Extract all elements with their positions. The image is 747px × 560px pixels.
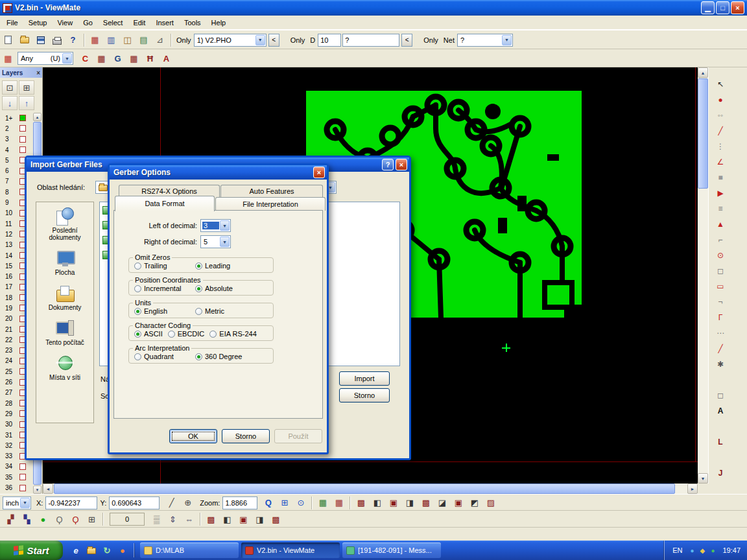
place-my-computer[interactable]: Tento počítač	[36, 320, 93, 346]
layer-row-35[interactable]: 35	[0, 472, 34, 482]
film-pattern-9-icon[interactable]: ▨	[483, 496, 498, 510]
save-icon[interactable]	[33, 33, 48, 47]
scroll-down-icon[interactable]: ▼	[698, 473, 708, 484]
close-icon[interactable]: ×	[36, 69, 40, 76]
layer-color-swatch[interactable]	[19, 115, 26, 121]
dots-grid-icon[interactable]: ▒	[149, 512, 164, 526]
menu-help[interactable]: Help	[206, 17, 231, 29]
menu-go[interactable]: Go	[78, 17, 98, 29]
anchor-h-icon[interactable]: ⇔	[182, 512, 196, 526]
signal-icon[interactable]: ●	[36, 512, 51, 526]
film-pattern-5-icon[interactable]: ▩	[418, 496, 433, 510]
dots-mode-icon[interactable]: ⋮	[713, 139, 728, 154]
only-net-label[interactable]: Only	[423, 36, 438, 44]
spare-slot-2-icon[interactable]	[713, 419, 728, 434]
radio-leading[interactable]: Leading	[195, 262, 230, 270]
task-folder[interactable]: D:\MLAB	[140, 542, 239, 558]
radio-360-degree[interactable]: 360 Degree	[195, 353, 243, 360]
levels-icon[interactable]: ≡	[713, 202, 728, 216]
import-button[interactable]: Import	[339, 371, 390, 386]
measure-icon[interactable]: ▥	[104, 33, 119, 47]
pads-mode-icon[interactable]: ◦◦	[713, 108, 728, 122]
layer-color-swatch[interactable]	[19, 474, 26, 480]
menu-select[interactable]: Select	[98, 17, 128, 29]
help-icon[interactable]: ?	[382, 159, 394, 170]
task-viewmate[interactable]: V2.bin - ViewMate	[241, 542, 340, 558]
ie-icon[interactable]: e	[69, 543, 82, 557]
maximize-button[interactable]: □	[716, 1, 729, 14]
new-file-icon[interactable]	[1, 33, 16, 47]
stack-icon[interactable]: ◻	[713, 264, 728, 278]
layer-down-icon[interactable]: ↓	[2, 96, 18, 110]
layer-select[interactable]: 1) V2.PHO ▼	[194, 34, 267, 47]
report-icon[interactable]: ▤	[136, 33, 151, 47]
spare-slot-icon[interactable]	[713, 373, 728, 387]
start-button[interactable]: Start	[0, 541, 63, 560]
scroll-right-icon[interactable]: ►	[687, 484, 698, 494]
menu-file[interactable]: File	[1, 17, 23, 29]
settings-gear-icon[interactable]: ✱	[713, 357, 728, 371]
layers-panel-header[interactable]: Layers ×	[0, 67, 42, 78]
place-network-places[interactable]: Místa v síti	[36, 355, 93, 381]
menu-setup[interactable]: Setup	[23, 17, 53, 29]
layer-row-3[interactable]: 3	[0, 134, 34, 145]
y-coordinate-field[interactable]	[109, 496, 160, 509]
draw-line-icon[interactable]: ╱	[713, 124, 728, 138]
aperture-icon[interactable]: ▦	[1, 51, 16, 65]
menu-view[interactable]: View	[52, 17, 78, 29]
g-tool-icon[interactable]: G	[110, 51, 125, 65]
radio-ascii[interactable]: ASCII	[134, 330, 163, 338]
explorer-icon[interactable]	[85, 543, 98, 557]
place-desktop[interactable]: Plocha	[36, 250, 93, 276]
dcode-filter-input[interactable]	[342, 34, 399, 47]
swap-icon[interactable]: ▞	[3, 512, 18, 526]
refresh-icon[interactable]: ↻	[101, 543, 113, 557]
layer-up-icon[interactable]: ↑	[19, 96, 34, 110]
chevron-down-icon[interactable]: ▼	[220, 220, 230, 231]
messenger-tray-icon[interactable]: ●	[707, 545, 718, 555]
film-pattern-8-icon[interactable]: ◩	[467, 496, 482, 510]
highlight-point-icon[interactable]: ●	[713, 93, 728, 107]
pad-grid-icon[interactable]: ▦	[94, 51, 109, 65]
canvas-horizontal-scrollbar[interactable]: ◄ ►	[43, 484, 698, 494]
ok-button[interactable]: OK	[169, 429, 217, 443]
pad-pattern-5-icon[interactable]: ▩	[268, 512, 283, 526]
pad-pattern-1-icon[interactable]: ▩	[204, 512, 219, 526]
draw-circle-icon[interactable]: ⊙	[713, 248, 728, 262]
scroll-left-icon[interactable]: ◄	[43, 484, 53, 494]
minimize-button[interactable]: ▁	[701, 1, 715, 14]
language-indicator[interactable]: EN	[672, 546, 682, 554]
lasso-fill-icon[interactable]: Ϙ	[68, 512, 83, 526]
layer-row-1+[interactable]: 1+	[0, 113, 34, 123]
layer-color-swatch[interactable]	[19, 125, 26, 132]
radio-absolute[interactable]: Absolute	[195, 285, 233, 292]
layer-row-36[interactable]: 36	[0, 482, 34, 493]
graph-icon[interactable]: ⊿	[152, 33, 167, 47]
layer-row-34[interactable]: 34	[0, 461, 34, 472]
grid-red-icon[interactable]: ▦	[331, 496, 346, 510]
zoom-in-icon[interactable]: Q	[261, 496, 276, 510]
draw-triangle-icon[interactable]: ▲	[713, 217, 728, 231]
right-of-decimal-select[interactable]: 5 ▼	[200, 235, 231, 248]
text-tool-icon[interactable]: A	[713, 404, 728, 418]
radio-trailing[interactable]: Trailing	[134, 262, 190, 270]
layer-row-4[interactable]: 4	[0, 145, 34, 155]
layer-color-swatch[interactable]	[19, 146, 26, 153]
print-icon[interactable]	[49, 33, 64, 47]
draw-slash-icon[interactable]: ╱	[713, 342, 728, 356]
gerber-dialog-titlebar[interactable]: Gerber Options ×	[110, 165, 327, 180]
h-tool-icon[interactable]: Ħ	[143, 51, 158, 65]
place-documents[interactable]: Dokumenty	[36, 285, 93, 311]
dcode-input[interactable]	[318, 34, 341, 47]
a-tool-icon[interactable]: A	[159, 51, 174, 65]
zoom-window-icon[interactable]: ⊞	[277, 496, 292, 510]
net-select[interactable]: ? ▼	[457, 34, 513, 47]
previous-dcode-button[interactable]: <	[401, 34, 412, 47]
chevron-down-icon[interactable]: ▼	[220, 237, 230, 247]
task-messenger[interactable]: [191-482-091] - Mess...	[342, 542, 441, 558]
scroll-up-icon[interactable]: ▲	[698, 67, 708, 78]
menu-tools[interactable]: Tools	[179, 17, 206, 29]
flip-icon[interactable]: ▚	[19, 512, 34, 526]
more-icon[interactable]: ⋯	[713, 326, 728, 340]
origin-icon[interactable]: ⊕	[180, 496, 195, 510]
